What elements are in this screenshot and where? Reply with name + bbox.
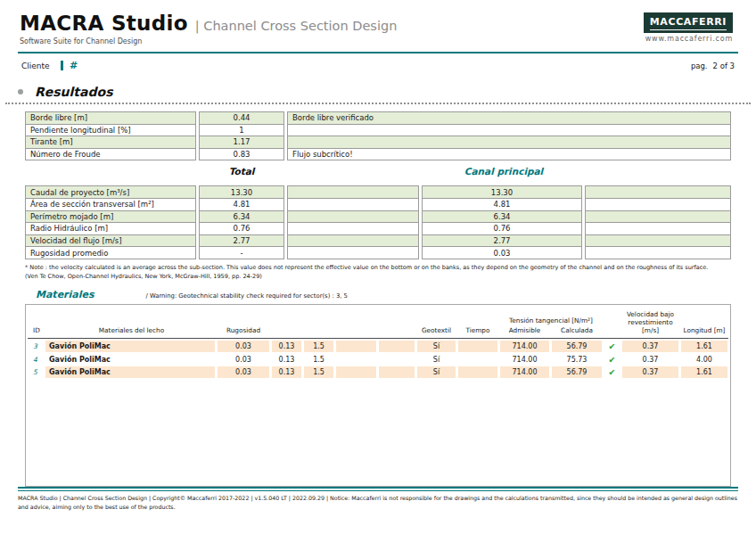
- canal-value: 0.03: [422, 246, 582, 259]
- row-label: Pendiente longitudinal [%]: [25, 124, 196, 137]
- empty-cell: [336, 354, 376, 366]
- table-row: Borde libre [m] 0.44 Borde libre verific…: [25, 111, 731, 125]
- roughness-3: 1.5: [304, 341, 333, 352]
- time-value: [458, 354, 497, 366]
- row-label: Número de Froude: [25, 148, 196, 161]
- col-header-velocity: Velocidad bajo revestimiento [m/s]: [622, 310, 678, 334]
- client-field: Cliente #: [21, 60, 78, 71]
- material-name: Gavión PoliMac: [45, 354, 215, 366]
- empty-cell: [287, 210, 419, 224]
- table-row: Rugosidad promedio - 0.03: [25, 246, 731, 259]
- geotextile-value: Sí: [417, 341, 456, 352]
- empty-cell: [336, 366, 376, 378]
- material-id: 4: [28, 354, 43, 366]
- time-value: [458, 341, 497, 352]
- table-row: Velocidad del flujo [m/s] 2.77 2.77: [25, 234, 731, 248]
- material-name: Gavión PoliMac: [45, 366, 215, 378]
- canal-value: 4.81: [422, 198, 582, 211]
- geotextile-value: Sí: [417, 366, 456, 378]
- empty-cell: [585, 222, 731, 235]
- bullet-icon: [18, 89, 23, 94]
- footer-divider: [18, 487, 738, 491]
- row-message: Borde libre verificado: [287, 111, 731, 125]
- empty-cell: [287, 234, 419, 248]
- roughness-2: 0.13: [272, 354, 301, 366]
- roughness-3: 1.5: [304, 354, 333, 366]
- material-id: 5: [28, 366, 43, 378]
- canal-value: 6.34: [422, 210, 582, 224]
- empty-cell: [585, 198, 731, 211]
- meta-row: Cliente # pag.2 of 3: [0, 53, 756, 71]
- roughness-2: 0.13: [272, 366, 301, 378]
- empty-cell: [379, 354, 415, 366]
- check-icon: ✔: [604, 366, 620, 378]
- row-label: Área de sección transversal [m²]: [25, 198, 196, 211]
- calculated-shear: 56.79: [552, 341, 602, 352]
- total-value: 6.34: [199, 210, 284, 224]
- maccaferri-logo: MACCAFERRI: [644, 12, 733, 33]
- client-separator: [61, 61, 64, 70]
- canal-value: 2.77: [422, 234, 582, 248]
- row-value: 0.83: [199, 148, 284, 161]
- company-url: www.maccaferri.com: [644, 35, 733, 43]
- col-header-length: Longitud [m]: [681, 326, 727, 334]
- material-name: Gavión PoliMac: [45, 341, 215, 352]
- dotted-divider: [5, 103, 751, 104]
- row-label: Radio Hidráulico [m]: [25, 222, 196, 235]
- footer-notice: MACRA Studio | Channel Cross Section Des…: [18, 494, 738, 512]
- canal-value: 0.76: [422, 222, 582, 235]
- table-row: Radio Hidráulico [m] 0.76 0.76: [25, 222, 731, 235]
- note-line-1: * Note : the velocity calculated is an a…: [25, 263, 731, 272]
- empty-cell: [379, 366, 415, 378]
- velocity-value: 0.37: [622, 366, 678, 378]
- col-header-calculated: Calculada: [552, 326, 602, 334]
- velocity-value: 0.37: [622, 341, 678, 352]
- materials-table-header: ID Materiales del lecho Rugosidad Geotex…: [28, 308, 728, 339]
- report-header: MACRA Studio | Channel Cross Section Des…: [0, 0, 756, 45]
- row-message: [287, 136, 731, 149]
- row-value: 0.44: [199, 111, 284, 125]
- roughness-1: 0.03: [218, 341, 269, 352]
- col-group-shear: Tensión tangencial [N/m²] Admisible Calc…: [500, 316, 602, 334]
- row-label: Rugosidad promedio: [25, 246, 196, 259]
- page-value: 2 of 3: [713, 62, 735, 70]
- total-value: -: [199, 246, 284, 259]
- calculated-shear: 75.73: [552, 354, 602, 366]
- empty-cell: [585, 185, 731, 199]
- materials-table: ID Materiales del lecho Rugosidad Geotex…: [25, 304, 731, 487]
- app-tagline: Software Suite for Channel Design: [20, 37, 397, 45]
- empty-cell: [287, 198, 419, 211]
- empty-cell: [287, 222, 419, 235]
- geotechnical-warning: / Warning: Geotechnical stability check …: [145, 292, 347, 300]
- column-header-total: Total: [199, 166, 284, 177]
- empty-cell: [585, 210, 731, 224]
- empty-cell: [585, 234, 731, 248]
- client-label: Cliente: [21, 62, 50, 70]
- length-value: 1.61: [681, 366, 727, 378]
- section-title-resultados: Resultados: [35, 85, 113, 99]
- table-row: Tirante [m] 1.17: [25, 136, 731, 149]
- roughness-3: 1.5: [304, 366, 333, 378]
- empty-cell: [287, 246, 419, 259]
- length-value: 1.61: [681, 341, 727, 352]
- velocity-note: * Note : the velocity calculated is an a…: [25, 263, 731, 281]
- section-title-materiales: Materiales: [36, 289, 94, 300]
- report-page: MACRA Studio | Channel Cross Section Des…: [0, 0, 756, 534]
- empty-cell: [336, 341, 376, 352]
- time-value: [458, 366, 497, 378]
- hydraulic-table: Caudal de proyecto [m³/s] 13.30 13.30 Ár…: [25, 185, 731, 259]
- check-icon: ✔: [604, 341, 620, 352]
- roughness-2: 0.13: [272, 341, 301, 352]
- row-message: [287, 124, 731, 137]
- company-branding: MACCAFERRI www.maccaferri.com: [644, 12, 733, 43]
- row-value: 1: [199, 124, 284, 137]
- canal-value: 13.30: [422, 185, 582, 199]
- report-footer: MACRA Studio | Channel Cross Section Des…: [18, 487, 738, 512]
- empty-cell: [585, 246, 731, 259]
- material-row: 3 Gavión PoliMac 0.03 0.13 1.5 Sí 714.00…: [28, 341, 728, 352]
- row-label: Perímetro mojado [m]: [25, 210, 196, 224]
- table-row: Perímetro mojado [m] 6.34 6.34: [25, 210, 731, 224]
- row-label: Caudal de proyecto [m³/s]: [25, 185, 196, 199]
- roughness-1: 0.03: [218, 366, 269, 378]
- note-line-2: (Ven Te Chow, Open-Channel Hydraulics, N…: [25, 272, 731, 281]
